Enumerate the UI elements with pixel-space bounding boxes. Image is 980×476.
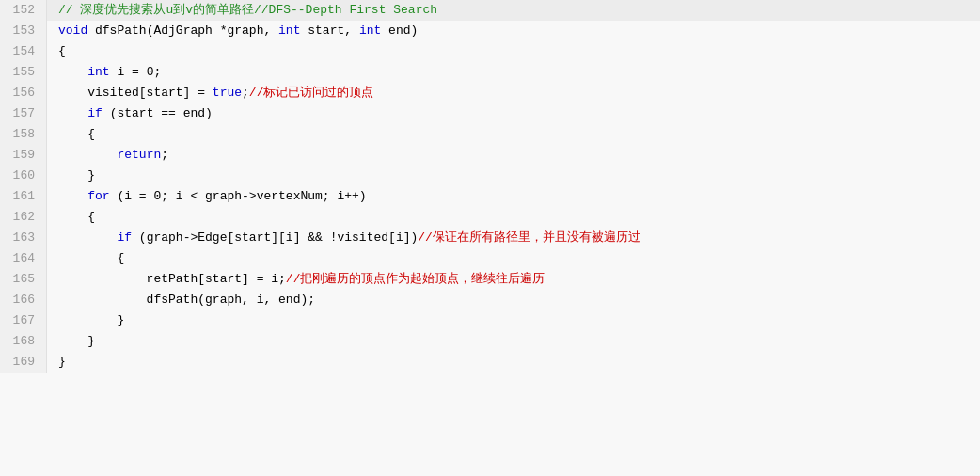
code-token: (start == end)	[103, 106, 213, 120]
code-token: (i = 0; i < graph->vertexNum; i++)	[110, 189, 367, 203]
code-token: void	[58, 24, 87, 38]
line-number: 161	[0, 186, 47, 207]
line-number: 168	[0, 331, 47, 352]
code-content: {	[47, 248, 980, 269]
code-token: }	[58, 168, 95, 182]
code-content: {	[47, 41, 980, 62]
code-token: return	[117, 148, 161, 162]
code-token: true	[213, 86, 242, 100]
code-row: 164 {	[0, 248, 980, 269]
code-lines: 152// 深度优先搜索从u到v的简单路径//DFS--Depth First …	[0, 0, 980, 373]
code-token: // 深度优先搜索从u到v的简单路径//DFS--Depth First Sea…	[58, 3, 437, 17]
code-token: {	[58, 127, 95, 141]
code-token: i = 0;	[110, 65, 162, 79]
line-number: 158	[0, 124, 47, 145]
code-content: }	[47, 166, 980, 186]
code-token: ;	[242, 86, 249, 100]
code-token: }	[58, 334, 95, 348]
code-token: if	[87, 106, 103, 120]
code-row: 161 for (i = 0; i < graph->vertexNum; i+…	[0, 186, 980, 207]
code-row: 154{	[0, 41, 980, 62]
code-row: 167 }	[0, 310, 980, 331]
code-content: {	[47, 124, 980, 145]
code-token: {	[58, 44, 66, 58]
code-token: if	[117, 230, 132, 245]
code-token: retPath[start] = i;	[58, 272, 286, 286]
code-token: {	[58, 251, 124, 265]
code-token: //把刚遍历的顶点作为起始顶点，继续往后遍历	[286, 272, 545, 286]
code-row: 155 int i = 0;	[0, 62, 980, 83]
code-row: 156 visited[start] = true;//标记已访问过的顶点	[0, 83, 980, 103]
code-content: }	[47, 352, 980, 373]
line-number: 159	[0, 145, 47, 166]
code-content: {	[47, 207, 980, 228]
code-token	[58, 106, 87, 120]
code-content: // 深度优先搜索从u到v的简单路径//DFS--Depth First Sea…	[47, 0, 980, 21]
code-token	[58, 148, 117, 162]
line-number: 165	[0, 269, 47, 290]
code-token: for	[87, 189, 109, 203]
code-editor: 152// 深度优先搜索从u到v的简单路径//DFS--Depth First …	[0, 0, 980, 476]
line-number: 152	[0, 0, 47, 21]
code-token: visited[start] =	[58, 86, 213, 100]
code-token: //保证在所有路径里，并且没有被遍历过	[418, 230, 640, 245]
code-token	[58, 230, 117, 245]
code-token: {	[58, 210, 95, 224]
code-token	[58, 189, 87, 203]
code-row: 159 return;	[0, 145, 980, 166]
code-content: }	[47, 310, 980, 331]
code-content: return;	[47, 145, 980, 166]
code-content: visited[start] = true;//标记已访问过的顶点	[47, 83, 980, 103]
code-token: start,	[300, 24, 358, 38]
code-token: }	[58, 355, 66, 369]
code-row: 157 if (start == end)	[0, 103, 980, 124]
code-token: dfsPath(graph, i, end);	[58, 293, 315, 307]
code-token: }	[58, 313, 124, 327]
code-token: ;	[161, 148, 168, 162]
code-content: for (i = 0; i < graph->vertexNum; i++)	[47, 186, 980, 207]
code-token: (graph->Edge[start][i] && !visited[i])	[132, 230, 418, 245]
line-number: 164	[0, 248, 47, 269]
code-content: dfsPath(graph, i, end);	[47, 290, 980, 310]
code-content: }	[47, 331, 980, 352]
line-number: 162	[0, 207, 47, 228]
code-row: 160 }	[0, 166, 980, 186]
code-token: int	[278, 24, 300, 38]
line-number: 169	[0, 352, 47, 373]
code-row: 158 {	[0, 124, 980, 145]
line-number: 167	[0, 310, 47, 331]
code-row: 168 }	[0, 331, 980, 352]
code-token: int	[87, 65, 109, 79]
code-token: dfsPath(AdjGraph *graph,	[87, 24, 278, 38]
code-token: end)	[381, 24, 418, 38]
code-row: 166 dfsPath(graph, i, end);	[0, 290, 980, 310]
code-token: int	[359, 24, 381, 38]
code-row: 153void dfsPath(AdjGraph *graph, int sta…	[0, 21, 980, 41]
code-token: //标记已访问过的顶点	[249, 86, 374, 100]
code-content: int i = 0;	[47, 62, 980, 83]
code-row: 169}	[0, 352, 980, 373]
code-content: if (graph->Edge[start][i] && !visited[i]…	[47, 228, 980, 248]
code-content: void dfsPath(AdjGraph *graph, int start,…	[47, 21, 980, 41]
line-number: 163	[0, 228, 47, 248]
code-row: 162 {	[0, 207, 980, 228]
code-row: 152// 深度优先搜索从u到v的简单路径//DFS--Depth First …	[0, 0, 980, 21]
code-row: 163 if (graph->Edge[start][i] && !visite…	[0, 228, 980, 248]
code-row: 165 retPath[start] = i;//把刚遍历的顶点作为起始顶点，继…	[0, 269, 980, 290]
line-number: 160	[0, 166, 47, 186]
code-token	[58, 65, 87, 79]
line-number: 155	[0, 62, 47, 83]
line-number: 154	[0, 41, 47, 62]
code-content: if (start == end)	[47, 103, 980, 124]
line-number: 166	[0, 290, 47, 310]
line-number: 153	[0, 21, 47, 41]
line-number: 156	[0, 83, 47, 103]
code-content: retPath[start] = i;//把刚遍历的顶点作为起始顶点，继续往后遍…	[47, 269, 980, 290]
line-number: 157	[0, 103, 47, 124]
